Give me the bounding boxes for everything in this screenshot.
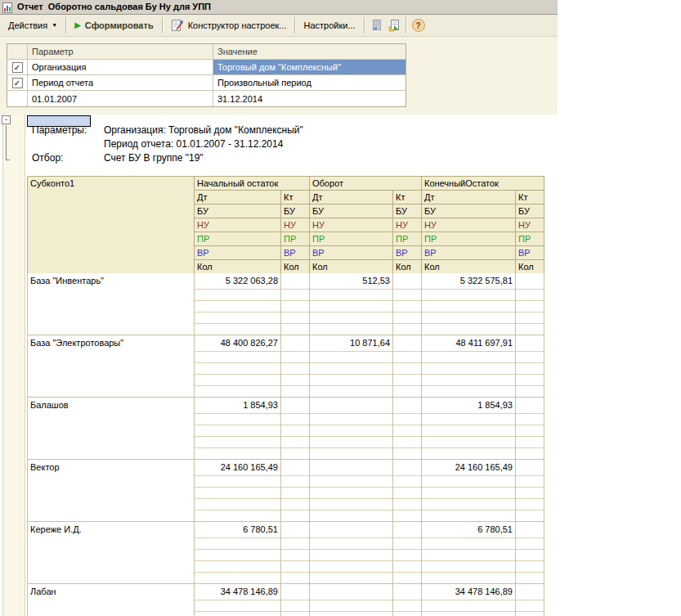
begin-dt-cell[interactable]: 24 160 165,49 (195, 460, 281, 521)
turn-kt-cell[interactable] (393, 460, 422, 521)
settings-button[interactable]: Настройки... (298, 16, 361, 34)
turn-kt-cell[interactable] (393, 584, 422, 616)
generate-button[interactable]: ▶ Сформировать (69, 16, 159, 34)
end-dt-cell[interactable]: 5 322 575,81 (422, 273, 516, 335)
begin-kt-cell[interactable] (281, 273, 310, 335)
subconto-column-header: Субконто1 (28, 177, 195, 274)
save-settings-button[interactable] (385, 16, 403, 34)
kol-header: Кол (422, 260, 516, 274)
subconto-cell[interactable]: База "Электротовары" (28, 335, 195, 397)
end-kt-cell[interactable] (516, 522, 544, 583)
turnover-group: Оборот Дт БУ НУ ПР ВР Кол Кт БУ НУ ПР (310, 177, 422, 274)
param-value[interactable]: Произвольный период (213, 75, 405, 90)
grouping-gutter (2, 115, 25, 616)
collapse-group-button[interactable]: - (2, 115, 11, 124)
report-icon (2, 2, 13, 12)
turn-kt-cell[interactable] (393, 522, 422, 583)
params-label: Параметры: (32, 124, 104, 136)
settings-constructor-button[interactable]: Конструктор настроек... (165, 16, 293, 34)
param-row-dates[interactable]: 01.01.2007 31.12.2014 (7, 91, 405, 106)
table-row: Кереже И.Д. 6 780,51 6 780,51 (27, 522, 544, 584)
begin-dt-cell[interactable]: 48 400 826,27 (195, 335, 281, 397)
begin-kt-cell[interactable] (281, 584, 310, 616)
bu-header: БУ (516, 205, 544, 218)
nu-header: НУ (516, 218, 544, 232)
subconto-cell[interactable]: Вектор (28, 460, 195, 521)
report-area: - Параметры: Организация: Торговый дом "… (0, 115, 681, 616)
param-row-organization[interactable]: ✓ Организация Торговый дом "Комплексный" (7, 60, 405, 75)
bu-header: БУ (310, 205, 393, 218)
load-settings-button[interactable] (367, 16, 385, 34)
turnover-label: Оборот (310, 177, 422, 191)
settings-constructor-icon (171, 19, 184, 32)
param-row-period[interactable]: ✓ Период отчета Произвольный период (7, 75, 405, 91)
end-dt-cell[interactable]: 34 478 146,89 (422, 584, 516, 616)
end-dt-cell[interactable]: 48 411 697,91 (422, 335, 516, 397)
period-start-date[interactable]: 01.01.2007 (28, 91, 213, 106)
end-kt-cell[interactable] (516, 273, 544, 335)
checkbox-cell (7, 91, 28, 106)
kol-header: Кол (281, 260, 310, 274)
table-row: Вектор 24 160 165,49 24 160 165,49 (27, 460, 544, 522)
table-header: Субконто1 Начальный остаток Дт БУ НУ ПР … (27, 176, 544, 274)
begin-dt-cell[interactable]: 6 780,51 (195, 522, 281, 583)
checkbox-cell: ✓ (7, 60, 28, 74)
turn-kt-cell[interactable] (393, 398, 422, 459)
subconto-cell[interactable]: Балашов (28, 398, 195, 459)
parameters-panel: Параметр Значение ✓ Организация Торговый… (0, 37, 558, 115)
begin-kt-cell[interactable] (281, 335, 310, 397)
subconto-cell[interactable]: Лабан (28, 584, 195, 616)
turn-kt-cell[interactable] (393, 335, 422, 397)
begin-kt-cell[interactable] (281, 522, 310, 583)
pr-header: ПР (281, 232, 310, 246)
end-kt-cell[interactable] (516, 460, 544, 521)
turn-dt-cell[interactable]: 10 871,64 (310, 335, 393, 397)
subconto-cell[interactable]: Кереже И.Д. (28, 522, 195, 583)
actions-button[interactable]: Действия ▼ (2, 16, 63, 34)
nu-header: НУ (195, 218, 281, 232)
param-name[interactable]: Период отчета (28, 75, 213, 90)
toolbar-separator (294, 17, 295, 34)
vr-header: ВР (310, 246, 393, 260)
help-button[interactable]: ? (412, 19, 425, 32)
vr-header: ВР (281, 246, 310, 260)
value-column-header: Значение (213, 44, 405, 59)
end-kt-cell[interactable] (516, 584, 544, 616)
checkbox-checked[interactable]: ✓ (12, 78, 23, 88)
play-icon: ▶ (74, 20, 81, 30)
checkbox-checked[interactable]: ✓ (12, 62, 23, 73)
vr-header: ВР (393, 246, 422, 260)
period-end-date[interactable]: 31.12.2014 (213, 91, 405, 106)
turn-dt-cell[interactable] (310, 460, 393, 521)
dt-header: Дт (195, 191, 281, 205)
turn-dt-cell[interactable] (310, 584, 393, 616)
turn-kt-cell[interactable] (393, 273, 422, 335)
end-dt-cell[interactable]: 6 780,51 (422, 522, 516, 583)
kt-header: Кт (393, 191, 422, 205)
subconto-cell[interactable]: База "Инвентарь" (28, 273, 195, 335)
pr-header: ПР (422, 232, 516, 246)
begin-kt-cell[interactable] (281, 398, 310, 459)
begin-dt-cell[interactable]: 1 854,93 (195, 398, 281, 459)
help-label: ? (416, 21, 421, 30)
window-titlebar: Отчет Оборотно сальдовая Бу Ну для УПП (0, 0, 558, 15)
begin-dt-cell[interactable]: 5 322 063,28 (195, 273, 281, 335)
turn-dt-cell[interactable] (310, 522, 393, 583)
param-name[interactable]: Организация (28, 60, 213, 74)
end-dt-cell[interactable]: 24 160 165,49 (422, 460, 516, 521)
turn-dt-cell[interactable]: 512,53 (310, 273, 393, 335)
table-row: Балашов 1 854,93 1 854,93 (27, 398, 544, 460)
kol-header: Кол (516, 260, 544, 274)
param-value-selected[interactable]: Торговый дом "Комплексный" (213, 60, 405, 74)
begin-dt-cell[interactable]: 34 478 146,89 (195, 584, 281, 616)
turn-dt-cell[interactable] (310, 398, 393, 459)
bu-header: БУ (393, 205, 422, 218)
end-kt-cell[interactable] (516, 398, 544, 459)
nu-header: НУ (310, 218, 393, 232)
begin-kt-cell[interactable] (281, 460, 310, 521)
end-dt-cell[interactable]: 1 854,93 (422, 398, 516, 459)
end-kt-cell[interactable] (516, 335, 544, 397)
report-header-text: Параметры: Организация: Торговый дом "Ко… (32, 123, 303, 164)
end-balance-label: КонечныйОстаток (422, 177, 544, 191)
checkbox-cell: ✓ (7, 75, 28, 90)
